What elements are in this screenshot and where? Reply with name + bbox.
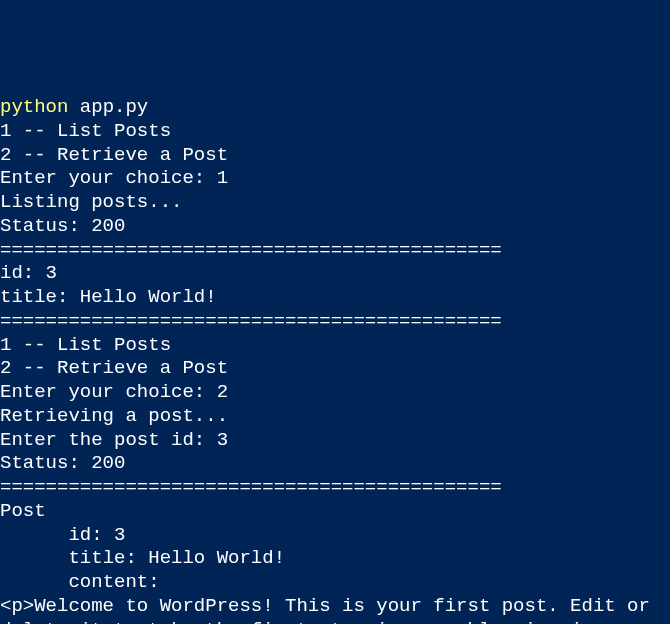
separator-line: ========================================… xyxy=(0,310,670,334)
status-line-2: Status: 200 xyxy=(0,452,670,476)
choice-prompt-2: Enter your choice: 2 xyxy=(0,381,670,405)
content-body: <p>Welcome to WordPress! This is your fi… xyxy=(0,595,670,624)
command-arg: app.py xyxy=(68,96,148,118)
menu-option-2: 2 -- Retrieve a Post xyxy=(0,144,670,168)
menu-option-1: 1 -- List Posts xyxy=(0,334,670,358)
detail-content-label: content: xyxy=(0,571,670,595)
menu-option-1: 1 -- List Posts xyxy=(0,120,670,144)
listing-message: Listing posts... xyxy=(0,191,670,215)
command-executable: python xyxy=(0,96,68,118)
status-line-1: Status: 200 xyxy=(0,215,670,239)
retrieving-message: Retrieving a post... xyxy=(0,405,670,429)
post-title-line: title: Hello World! xyxy=(0,286,670,310)
post-id-prompt: Enter the post id: 3 xyxy=(0,429,670,453)
choice-prompt-1: Enter your choice: 1 xyxy=(0,167,670,191)
separator-line: ========================================… xyxy=(0,476,670,500)
separator-line: ========================================… xyxy=(0,239,670,263)
detail-title: title: Hello World! xyxy=(0,547,670,571)
post-header: Post xyxy=(0,500,670,524)
command-line: python app.py xyxy=(0,96,670,120)
post-id-line: id: 3 xyxy=(0,262,670,286)
detail-id: id: 3 xyxy=(0,524,670,548)
menu-option-2: 2 -- Retrieve a Post xyxy=(0,357,670,381)
